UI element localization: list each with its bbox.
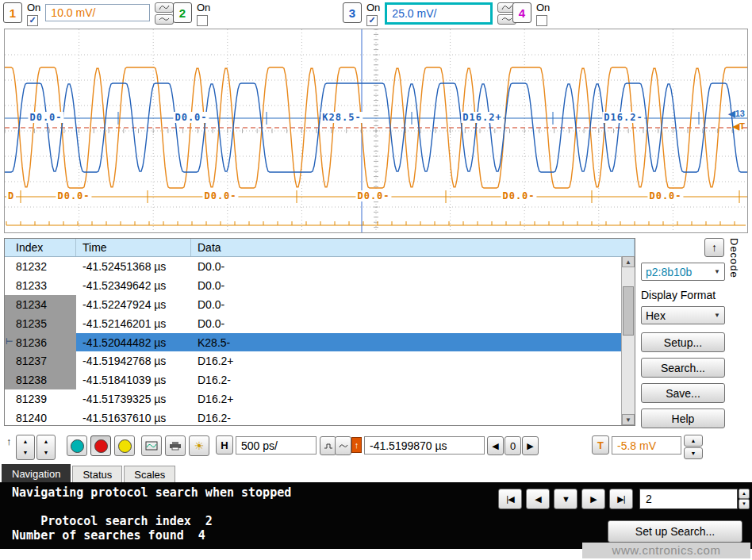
tab-scales[interactable]: Scales xyxy=(124,466,175,482)
column-header-index[interactable]: Index xyxy=(5,239,76,256)
cell-data: D16.2+ xyxy=(191,389,635,408)
nav-prev-button[interactable]: ◀ xyxy=(526,489,550,509)
trigger-level-marker[interactable]: ◀T xyxy=(733,121,745,132)
scroll-up-button[interactable]: ▲ xyxy=(622,256,635,267)
set-up-search-button[interactable]: Set up Search... xyxy=(608,520,742,543)
decode-bus-label: D16.2+ xyxy=(461,112,503,123)
search-button[interactable]: Search... xyxy=(641,358,725,378)
brightness-button[interactable]: ☀ xyxy=(189,435,209,456)
nav-current-button[interactable]: ▼ xyxy=(554,489,577,509)
position-left-button[interactable]: ◀ xyxy=(487,436,504,455)
search-index-down-button[interactable]: ▼ xyxy=(739,499,750,509)
search-navigation-buttons: |◀ ◀ ▼ ▶ ▶| xyxy=(498,489,633,509)
tab-navigation[interactable]: Navigation xyxy=(2,464,71,482)
nav-first-button[interactable]: |◀ xyxy=(498,489,522,509)
table-row[interactable]: 81236-41.52044482 µsK28.5-⊢ xyxy=(5,333,635,352)
tab-status[interactable]: Status xyxy=(72,466,122,482)
channel-1-button[interactable]: 1 xyxy=(3,2,22,23)
position-right-button[interactable]: ▶ xyxy=(522,436,539,455)
sine-icon xyxy=(339,443,348,450)
position-zero-button[interactable]: 0 xyxy=(505,436,521,455)
table-row[interactable]: 81239-41.51739325 µsD16.2+ xyxy=(5,389,635,408)
channel-3-group: 3 On ✓ 25.0 mV/ xyxy=(343,2,516,26)
nav-next-button[interactable]: ▶ xyxy=(581,489,605,509)
cell-time: -41.51942768 µs xyxy=(76,351,191,370)
trigger-level-up-button[interactable]: ▲ xyxy=(684,435,703,447)
table-row[interactable]: 81233-41.52349642 µsD0.0- xyxy=(5,276,635,295)
channel-1-on-checkbox[interactable]: ✓ xyxy=(27,15,38,26)
decode-source-value: p2:8b10b xyxy=(646,266,692,278)
printer-button[interactable] xyxy=(165,435,186,456)
channel-1-scale-field[interactable]: 10.0 mV/ xyxy=(45,4,150,21)
channel-3-on-checkbox[interactable]: ✓ xyxy=(366,15,378,26)
table-row[interactable]: 81235-41.52146201 µsD0.0- xyxy=(5,314,635,333)
table-row[interactable]: 81240-41.51637610 µsD16.2- xyxy=(5,408,635,426)
waveform-display[interactable]: ◀13 ◀T D0.0-D0.0-K28.5-D16.2+D16.2-DD0.0… xyxy=(4,29,748,233)
main-toolbar: ↑ ▲ ▼ ▲ ▼ ☀ H 500 ps/ ↑ -41.5199870 µs ◀… xyxy=(0,432,752,463)
left-arrow-icon: ◀ xyxy=(733,121,739,131)
hzoom-out-button[interactable] xyxy=(320,436,336,455)
channel-3-scale-field[interactable]: 25.0 mV/ xyxy=(385,2,493,25)
channel-1-scale-up-button[interactable] xyxy=(155,2,174,13)
table-row[interactable]: 81234-41.52247924 µsD0.0- xyxy=(5,295,635,314)
waveform-icon xyxy=(501,16,512,23)
table-row[interactable]: 81238-41.51841039 µsD16.2- xyxy=(5,370,635,389)
marker-button-1[interactable] xyxy=(67,435,87,456)
column-header-time[interactable]: Time xyxy=(76,239,191,256)
horizontal-position-field[interactable]: -41.5199870 µs xyxy=(364,436,485,455)
pan-up-button[interactable]: ↑ xyxy=(2,435,17,448)
save-button[interactable]: Save... xyxy=(641,383,725,403)
vertical-adjust-stepper-2[interactable]: ▲ ▼ xyxy=(36,435,56,460)
cell-index: 81235 xyxy=(5,314,76,333)
channel-2-on-checkbox[interactable] xyxy=(197,15,208,26)
vertical-adjust-stepper-1[interactable]: ▲ ▼ xyxy=(16,435,35,460)
horizontal-scale-button[interactable]: H xyxy=(216,435,233,455)
channel-2-button[interactable]: 2 xyxy=(173,2,192,23)
channel-1-scale-down-button[interactable] xyxy=(155,14,174,25)
decode-bus-label: D16.2- xyxy=(602,112,644,123)
cell-time: -41.52044482 µs xyxy=(76,333,191,352)
channel-3-button[interactable]: 3 xyxy=(343,2,362,23)
cell-time: -41.51841039 µs xyxy=(76,370,191,389)
listing-header: Index Time Data xyxy=(5,239,635,257)
column-header-data[interactable]: Data xyxy=(191,239,635,256)
decode-source-dropdown[interactable]: p2:8b10b ▼ xyxy=(641,263,725,281)
marker-circle-icon xyxy=(118,439,132,453)
cell-data: D16.2- xyxy=(191,408,635,426)
cell-index: 81239 xyxy=(5,389,76,408)
channel-4-button[interactable]: 4 xyxy=(512,2,531,23)
up-arrow-icon: ▲ xyxy=(23,438,29,446)
channel-reference-marker[interactable]: ◀13 xyxy=(728,109,745,119)
table-row[interactable]: 81237-41.51942768 µsD16.2+ xyxy=(5,351,635,370)
cell-index: 81237 xyxy=(5,351,76,370)
hzoom-in-button[interactable] xyxy=(335,436,351,455)
marker-button-3[interactable] xyxy=(114,435,135,456)
trigger-level-down-button[interactable]: ▼ xyxy=(684,447,703,459)
search-index-stepper: ▲ ▼ xyxy=(739,489,750,509)
nav-last-button[interactable]: ▶| xyxy=(609,489,633,509)
decode-panel-up-button[interactable]: ↑ xyxy=(704,238,724,257)
marker-circle-icon xyxy=(94,439,108,453)
screen-waveform-button[interactable] xyxy=(141,435,162,456)
timebase-field[interactable]: 500 ps/ xyxy=(236,436,317,455)
oscilloscope-app: 1 On ✓ 10.0 mV/ 2 On 3 On ✓ 25.0 mV/ xyxy=(0,0,752,560)
channel-4-on-checkbox[interactable] xyxy=(536,15,547,26)
search-index-up-button[interactable]: ▲ xyxy=(739,489,750,499)
trigger-button[interactable]: T xyxy=(592,435,609,455)
cell-index: 81234 xyxy=(5,295,76,314)
scrollbar-thumb[interactable] xyxy=(623,286,634,336)
display-format-dropdown[interactable]: Hex ▼ xyxy=(641,306,725,324)
trigger-level-field[interactable]: -5.8 mV xyxy=(612,436,681,455)
search-index-field[interactable]: 2 xyxy=(639,489,738,509)
marker-button-2[interactable] xyxy=(90,435,111,456)
listing-scrollbar[interactable]: ▲ ▼ xyxy=(621,256,635,425)
table-row[interactable]: 81232-41.52451368 µsD0.0- xyxy=(5,257,635,276)
cell-index: 81238 xyxy=(5,370,76,389)
left-arrow-icon: ◀ xyxy=(728,109,735,118)
marker-circle-icon xyxy=(71,439,84,453)
help-button[interactable]: Help xyxy=(641,408,725,428)
navigation-panel: Navigating protocol search when stopped … xyxy=(0,482,752,549)
decode-bus-label: D0.0- xyxy=(355,190,391,201)
setup-button[interactable]: Setup... xyxy=(641,332,725,352)
scroll-down-button[interactable]: ▼ xyxy=(622,414,635,425)
